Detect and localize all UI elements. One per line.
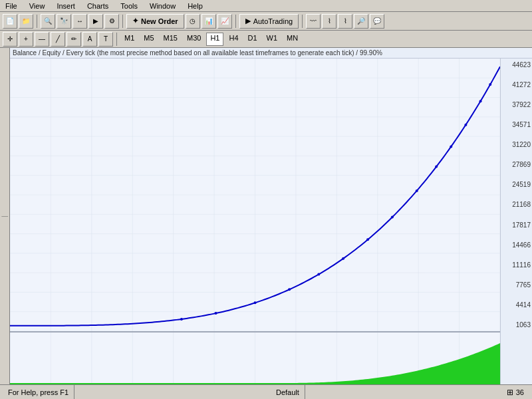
new-order-icon: ✦ xyxy=(132,17,138,25)
left-panel: │ xyxy=(0,48,10,384)
separator2 xyxy=(122,15,123,28)
chart2-btn[interactable]: 📈 xyxy=(217,14,232,29)
zoom-icon: ⊞ xyxy=(507,388,513,397)
chart1-btn[interactable]: 📊 xyxy=(201,14,216,29)
axis-label: 27869 xyxy=(502,161,531,168)
help-text: For Help, press F1 xyxy=(8,388,68,396)
status-zoom: ⊞ 36 xyxy=(501,385,529,399)
auto-scroll-btn[interactable]: ▶ xyxy=(88,14,103,29)
separator5 xyxy=(116,33,117,46)
zoom-in-btn[interactable]: 🔍 xyxy=(41,14,55,29)
tf-mn[interactable]: MN xyxy=(283,33,302,46)
left-panel-label: │ xyxy=(2,215,8,218)
tf-m5[interactable]: M5 xyxy=(140,33,158,46)
right-axis: 4462341272379223457131220278692451921168… xyxy=(500,59,532,331)
text-btn[interactable]: A xyxy=(82,32,97,47)
new-order-button[interactable]: ✦ New Order xyxy=(126,14,184,29)
axis-label: 34571 xyxy=(502,121,531,128)
label-btn[interactable]: T xyxy=(98,32,113,47)
indicator2-btn[interactable]: ⌇ xyxy=(322,14,336,29)
statusbar: For Help, press F1 Default ⊞ 36 xyxy=(0,384,532,399)
chart-header: Balance / Equity / Every tick (the most … xyxy=(10,48,532,59)
profile-text: Default xyxy=(276,388,299,396)
main-area: │ Balance / Equity / Every tick (the mos… xyxy=(0,48,532,384)
draw-btn[interactable]: ✏ xyxy=(66,32,81,47)
new-order-label: New Order xyxy=(141,17,178,25)
scroll-btn[interactable]: ↔ xyxy=(72,14,87,29)
status-help: For Help, press F1 xyxy=(3,385,74,399)
status-profile: Default xyxy=(271,385,305,399)
size-chart-canvas xyxy=(10,332,500,384)
tf-m15[interactable]: M15 xyxy=(160,33,182,46)
history-btn[interactable]: ◷ xyxy=(186,14,200,29)
axis-label: 31220 xyxy=(502,141,531,148)
tf-m30[interactable]: M30 xyxy=(183,33,205,46)
toolbar2: ✛ + — ╱ ✏ A T M1 M5 M15 M30 H1 H4 D1 W1 … xyxy=(0,31,532,48)
new-chart-btn[interactable]: 📄 xyxy=(3,14,17,29)
axis-label: 7765 xyxy=(502,281,531,289)
tf-d1[interactable]: D1 xyxy=(244,33,261,46)
axis-label: 17817 xyxy=(502,221,531,229)
menu-insert[interactable]: Insert xyxy=(54,1,78,11)
tf-h4[interactable]: H4 xyxy=(225,33,242,46)
axis-label: 24519 xyxy=(502,181,531,188)
axis-label: 4414 xyxy=(502,301,531,309)
comment-btn[interactable]: 💬 xyxy=(370,14,384,29)
size-panel[interactable]: Size xyxy=(10,331,500,384)
autotrading-label: AutoTrading xyxy=(253,17,293,25)
axis-label: 21168 xyxy=(502,201,531,208)
zoom-out-btn[interactable]: 🔭 xyxy=(57,14,71,29)
main-chart-canvas xyxy=(10,59,500,331)
size-axis xyxy=(500,331,532,384)
menu-help[interactable]: Help xyxy=(185,1,205,11)
axis-label: 44623 xyxy=(502,61,531,68)
menu-tools[interactable]: Tools xyxy=(118,1,140,11)
separator4 xyxy=(302,15,303,28)
tf-m1[interactable]: M1 xyxy=(120,33,138,46)
tf-w1[interactable]: W1 xyxy=(263,33,282,46)
indicator3-btn[interactable]: ⌇ xyxy=(338,14,352,29)
indicator1-btn[interactable]: 〰 xyxy=(306,14,321,29)
axis-label: 14466 xyxy=(502,241,531,249)
autotrading-button[interactable]: ▶ AutoTrading xyxy=(239,14,299,29)
trendline-btn[interactable]: ╱ xyxy=(51,32,65,47)
menu-view[interactable]: View xyxy=(27,1,48,11)
axis-label: 11116 xyxy=(502,261,531,269)
hline-btn[interactable]: — xyxy=(35,32,49,47)
properties-btn[interactable]: ⚙ xyxy=(104,14,119,29)
toolbar1: 📄 📁 🔍 🔭 ↔ ▶ ⚙ ✦ New Order ◷ 📊 📈 ▶ AutoTr… xyxy=(0,12,532,31)
chart-main[interactable] xyxy=(10,59,500,331)
search-btn[interactable]: 🔎 xyxy=(354,14,368,29)
axis-label: 37922 xyxy=(502,101,531,108)
menubar: File View Insert Charts Tools Window Hel… xyxy=(0,0,532,12)
menu-charts[interactable]: Charts xyxy=(84,1,111,11)
cursor-btn[interactable]: ✛ xyxy=(3,32,17,47)
menu-file[interactable]: File xyxy=(3,1,20,11)
zoom-value: 36 xyxy=(516,388,524,396)
tf-h1[interactable]: H1 xyxy=(206,33,223,46)
axis-label: 1063 xyxy=(502,321,531,329)
autotrading-icon: ▶ xyxy=(245,17,251,25)
open-btn[interactable]: 📁 xyxy=(19,14,33,29)
separator3 xyxy=(235,15,236,28)
chart-container[interactable]: Balance / Equity / Every tick (the most … xyxy=(10,48,532,384)
separator1 xyxy=(37,15,37,28)
axis-label: 41272 xyxy=(502,81,531,88)
menu-window[interactable]: Window xyxy=(147,1,178,11)
crosshair-btn[interactable]: + xyxy=(19,32,33,47)
